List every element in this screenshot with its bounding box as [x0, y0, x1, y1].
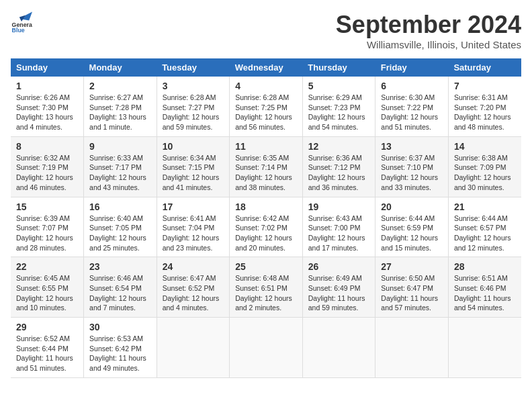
day-number: 19 [308, 201, 370, 212]
day-number: 7 [454, 81, 516, 91]
day-number: 14 [454, 141, 516, 152]
header-friday: Friday [375, 58, 449, 77]
day-info: Sunrise: 6:34 AM Sunset: 7:15 PM Dayligh… [163, 153, 224, 193]
day-number: 18 [235, 201, 297, 212]
day-number: 25 [235, 261, 297, 272]
day-number: 8 [16, 141, 78, 152]
day-number: 22 [16, 261, 78, 272]
day-number: 29 [16, 322, 78, 332]
day-number: 20 [381, 201, 443, 212]
header-wednesday: Wednesday [230, 58, 303, 77]
day-info: Sunrise: 6:28 AM Sunset: 7:25 PM Dayligh… [235, 93, 297, 132]
week-row-3: 15Sunrise: 6:39 AM Sunset: 7:07 PM Dayli… [11, 197, 521, 257]
logo: General Blue [11, 11, 32, 32]
calendar-cell: 23Sunrise: 6:46 AM Sunset: 6:54 PM Dayli… [84, 257, 157, 318]
day-info: Sunrise: 6:38 AM Sunset: 7:09 PM Dayligh… [454, 153, 516, 193]
day-info: Sunrise: 6:39 AM Sunset: 7:07 PM Dayligh… [16, 214, 78, 253]
calendar-cell: 30Sunrise: 6:53 AM Sunset: 6:42 PM Dayli… [84, 318, 157, 378]
calendar-cell [230, 318, 303, 378]
calendar-cell: 16Sunrise: 6:40 AM Sunset: 7:05 PM Dayli… [84, 197, 157, 257]
day-number: 6 [381, 81, 443, 91]
day-number: 16 [89, 201, 151, 212]
day-number: 23 [89, 261, 151, 272]
calendar-cell [157, 318, 230, 378]
day-number: 15 [16, 201, 78, 212]
calendar-cell: 17Sunrise: 6:41 AM Sunset: 7:04 PM Dayli… [157, 197, 230, 257]
calendar-cell: 27Sunrise: 6:50 AM Sunset: 6:47 PM Dayli… [375, 257, 449, 318]
calendar-cell [302, 318, 375, 378]
weekday-header-row: Sunday Monday Tuesday Wednesday Thursday… [11, 58, 521, 77]
calendar-cell: 18Sunrise: 6:42 AM Sunset: 7:02 PM Dayli… [230, 197, 303, 257]
day-info: Sunrise: 6:27 AM Sunset: 7:28 PM Dayligh… [89, 93, 151, 132]
day-info: Sunrise: 6:46 AM Sunset: 6:54 PM Dayligh… [89, 273, 151, 313]
calendar-cell: 2Sunrise: 6:27 AM Sunset: 7:28 PM Daylig… [84, 77, 157, 136]
calendar-cell: 9Sunrise: 6:33 AM Sunset: 7:17 PM Daylig… [84, 136, 157, 197]
day-info: Sunrise: 6:36 AM Sunset: 7:12 PM Dayligh… [308, 153, 370, 193]
day-info: Sunrise: 6:29 AM Sunset: 7:23 PM Dayligh… [308, 93, 370, 132]
day-info: Sunrise: 6:53 AM Sunset: 6:42 PM Dayligh… [89, 334, 151, 373]
day-info: Sunrise: 6:33 AM Sunset: 7:17 PM Dayligh… [89, 153, 151, 193]
calendar-cell: 14Sunrise: 6:38 AM Sunset: 7:09 PM Dayli… [448, 136, 521, 197]
day-number: 13 [381, 141, 443, 152]
day-number: 26 [308, 261, 370, 272]
svg-text:Blue: Blue [12, 27, 25, 32]
calendar-table: Sunday Monday Tuesday Wednesday Thursday… [11, 58, 521, 378]
day-info: Sunrise: 6:51 AM Sunset: 6:46 PM Dayligh… [454, 273, 516, 313]
calendar-cell [448, 318, 521, 378]
day-info: Sunrise: 6:48 AM Sunset: 6:51 PM Dayligh… [235, 273, 297, 313]
calendar-cell [375, 318, 449, 378]
location-subtitle: Williamsville, Illinois, United States [336, 39, 521, 50]
header-thursday: Thursday [302, 58, 375, 77]
calendar-cell: 29Sunrise: 6:52 AM Sunset: 6:44 PM Dayli… [11, 318, 84, 378]
calendar-cell: 21Sunrise: 6:44 AM Sunset: 6:57 PM Dayli… [448, 197, 521, 257]
day-number: 30 [89, 322, 151, 332]
day-number: 9 [89, 141, 151, 152]
calendar-cell: 19Sunrise: 6:43 AM Sunset: 7:00 PM Dayli… [302, 197, 375, 257]
week-row-5: 29Sunrise: 6:52 AM Sunset: 6:44 PM Dayli… [11, 318, 521, 378]
day-info: Sunrise: 6:30 AM Sunset: 7:22 PM Dayligh… [381, 93, 443, 132]
day-info: Sunrise: 6:40 AM Sunset: 7:05 PM Dayligh… [89, 214, 151, 253]
day-number: 28 [454, 261, 516, 272]
day-info: Sunrise: 6:52 AM Sunset: 6:44 PM Dayligh… [16, 334, 78, 373]
day-number: 3 [163, 81, 224, 91]
day-info: Sunrise: 6:43 AM Sunset: 7:00 PM Dayligh… [308, 214, 370, 253]
calendar-cell: 12Sunrise: 6:36 AM Sunset: 7:12 PM Dayli… [302, 136, 375, 197]
calendar-cell: 28Sunrise: 6:51 AM Sunset: 6:46 PM Dayli… [448, 257, 521, 318]
month-title: September 2024 [336, 11, 521, 39]
day-number: 11 [235, 141, 297, 152]
logo-icon: General Blue [11, 11, 32, 32]
day-info: Sunrise: 6:47 AM Sunset: 6:52 PM Dayligh… [163, 273, 224, 313]
day-number: 21 [454, 201, 516, 212]
day-number: 27 [381, 261, 443, 272]
day-info: Sunrise: 6:28 AM Sunset: 7:27 PM Dayligh… [163, 93, 224, 132]
calendar-cell: 7Sunrise: 6:31 AM Sunset: 7:20 PM Daylig… [448, 77, 521, 136]
week-row-1: 1Sunrise: 6:26 AM Sunset: 7:30 PM Daylig… [11, 77, 521, 136]
day-info: Sunrise: 6:44 AM Sunset: 6:57 PM Dayligh… [454, 214, 516, 253]
week-row-2: 8Sunrise: 6:32 AM Sunset: 7:19 PM Daylig… [11, 136, 521, 197]
day-info: Sunrise: 6:50 AM Sunset: 6:47 PM Dayligh… [381, 273, 443, 313]
header-saturday: Saturday [448, 58, 521, 77]
calendar-cell: 1Sunrise: 6:26 AM Sunset: 7:30 PM Daylig… [11, 77, 84, 136]
day-info: Sunrise: 6:42 AM Sunset: 7:02 PM Dayligh… [235, 214, 297, 253]
calendar-cell: 6Sunrise: 6:30 AM Sunset: 7:22 PM Daylig… [375, 77, 449, 136]
calendar-cell: 15Sunrise: 6:39 AM Sunset: 7:07 PM Dayli… [11, 197, 84, 257]
page-header: General Blue September 2024 Williamsvill… [11, 11, 521, 50]
week-row-4: 22Sunrise: 6:45 AM Sunset: 6:55 PM Dayli… [11, 257, 521, 318]
header-sunday: Sunday [11, 58, 84, 77]
calendar-cell: 3Sunrise: 6:28 AM Sunset: 7:27 PM Daylig… [157, 77, 230, 136]
calendar-cell: 25Sunrise: 6:48 AM Sunset: 6:51 PM Dayli… [230, 257, 303, 318]
day-number: 5 [308, 81, 370, 91]
day-number: 12 [308, 141, 370, 152]
day-info: Sunrise: 6:49 AM Sunset: 6:49 PM Dayligh… [308, 273, 370, 313]
day-info: Sunrise: 6:45 AM Sunset: 6:55 PM Dayligh… [16, 273, 78, 313]
calendar-cell: 8Sunrise: 6:32 AM Sunset: 7:19 PM Daylig… [11, 136, 84, 197]
day-number: 17 [163, 201, 224, 212]
calendar-cell: 5Sunrise: 6:29 AM Sunset: 7:23 PM Daylig… [302, 77, 375, 136]
day-number: 1 [16, 81, 78, 91]
day-info: Sunrise: 6:44 AM Sunset: 6:59 PM Dayligh… [381, 214, 443, 253]
calendar-cell: 24Sunrise: 6:47 AM Sunset: 6:52 PM Dayli… [157, 257, 230, 318]
header-tuesday: Tuesday [157, 58, 230, 77]
day-info: Sunrise: 6:26 AM Sunset: 7:30 PM Dayligh… [16, 93, 78, 132]
calendar-cell: 10Sunrise: 6:34 AM Sunset: 7:15 PM Dayli… [157, 136, 230, 197]
calendar-cell: 11Sunrise: 6:35 AM Sunset: 7:14 PM Dayli… [230, 136, 303, 197]
